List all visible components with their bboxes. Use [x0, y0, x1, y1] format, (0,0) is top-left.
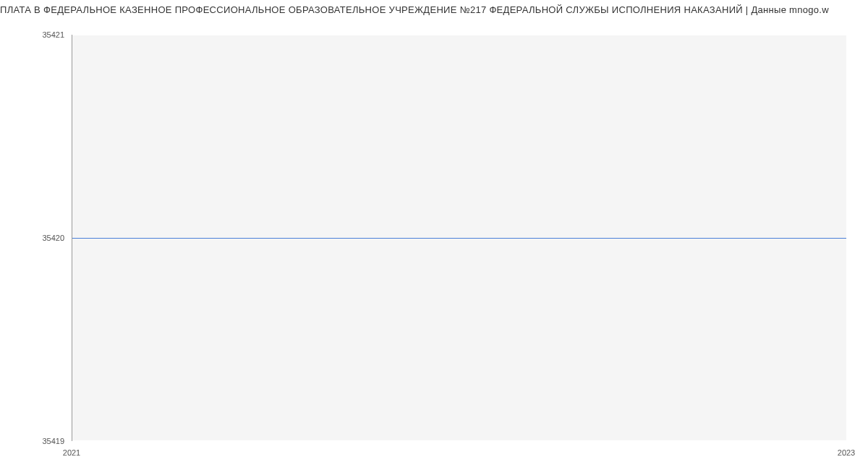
- y-tick-label: 35419: [42, 437, 64, 445]
- y-axis: 35421 35420 35419: [0, 35, 69, 441]
- x-tick-label: 2023: [838, 448, 855, 457]
- gridline: [72, 35, 846, 35]
- plot-area: [72, 35, 846, 441]
- x-axis: 2021 2023: [72, 444, 846, 470]
- chart-container: ПЛАТА В ФЕДЕРАЛЬНОЕ КАЗЕННОЕ ПРОФЕССИОНА…: [0, 0, 868, 470]
- gridline: [72, 440, 846, 441]
- x-tick-label: 2021: [63, 448, 80, 457]
- y-tick-label: 35420: [42, 234, 64, 242]
- chart-title: ПЛАТА В ФЕДЕРАЛЬНОЕ КАЗЕННОЕ ПРОФЕССИОНА…: [0, 0, 868, 15]
- y-tick-label: 35421: [42, 30, 64, 39]
- data-line: [72, 238, 846, 239]
